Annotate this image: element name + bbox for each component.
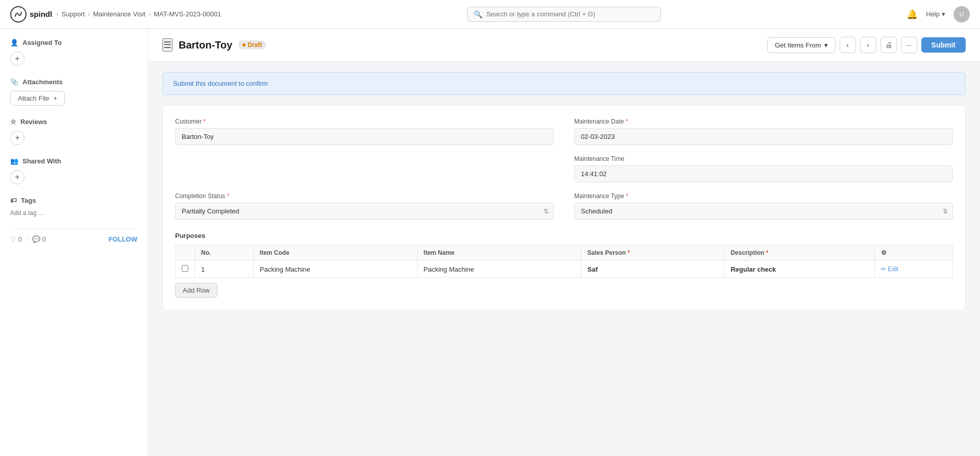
- maintenance-time-label: Maintenance Time: [574, 155, 953, 162]
- maintenance-date-label: Maintenance Date *: [574, 118, 953, 125]
- form-area: Submit this document to confirm Customer…: [148, 62, 980, 321]
- share-icon: 👥: [10, 157, 18, 165]
- comment-button[interactable]: 💬 0: [32, 235, 46, 243]
- help-button[interactable]: Help ▾: [926, 10, 945, 18]
- content-area: ☰ Barton-Toy Draft Get Items From ▾ ‹ › …: [148, 29, 980, 456]
- logo[interactable]: spindl: [10, 6, 52, 22]
- row-item-name: Packing Machine: [417, 261, 581, 278]
- search-box[interactable]: 🔍: [467, 7, 661, 22]
- comment-icon: 💬: [32, 235, 40, 243]
- add-assigned-to-button[interactable]: +: [10, 52, 24, 66]
- chevron-down-icon: ▾: [824, 41, 828, 49]
- completion-status-group: Completion Status * Partially Completed …: [175, 193, 554, 220]
- table-row: 1 Packing Machine Packing Machine Saf Re…: [176, 261, 953, 278]
- completion-status-select[interactable]: Partially Completed: [175, 203, 554, 220]
- row-item-code: Packing Machine: [253, 261, 417, 278]
- shared-with-section: 👥 Shared With +: [10, 157, 137, 184]
- add-row-button[interactable]: Add Row: [175, 283, 217, 298]
- attachments-header: 📎 Attachments: [10, 78, 137, 86]
- search-input[interactable]: [486, 10, 654, 18]
- assigned-to-section: 👤 Assigned To +: [10, 39, 137, 66]
- col-sales-person: Sales Person *: [581, 245, 724, 261]
- more-options-button[interactable]: ···: [901, 37, 917, 53]
- heart-icon: ♡: [10, 235, 16, 243]
- form-row-1: Customer * Maintenance Date *: [175, 118, 953, 145]
- row-description: Regular check: [724, 261, 875, 278]
- purposes-section: Purposes No. Item Code Item Name Sales P…: [175, 232, 953, 298]
- social-row: ♡ 0 · 💬 0 FOLLOW: [10, 229, 137, 243]
- get-items-from-button[interactable]: Get Items From ▾: [767, 37, 835, 53]
- purposes-title: Purposes: [175, 232, 953, 239]
- nav-left: spindl › Support › Maintenance Visit › M…: [10, 6, 221, 22]
- nav-right: 🔔 Help ▾ U: [906, 6, 970, 22]
- empty-group: [175, 155, 554, 182]
- avatar[interactable]: U: [953, 6, 970, 22]
- customer-label: Customer *: [175, 118, 554, 125]
- breadcrumb-support[interactable]: Support: [62, 10, 85, 18]
- tags-section: 🏷 Tags Add a tag ...: [10, 197, 137, 217]
- main-layout: 👤 Assigned To + 📎 Attachments Attach Fil…: [0, 29, 980, 456]
- row-no: 1: [195, 261, 254, 278]
- form-row-3: Completion Status * Partially Completed …: [175, 193, 953, 220]
- col-description: Description *: [724, 245, 875, 261]
- notification-bell[interactable]: 🔔: [906, 9, 918, 20]
- breadcrumb-maintenance-visit[interactable]: Maintenance Visit: [93, 10, 145, 18]
- info-banner: Submit this document to confirm: [162, 72, 966, 95]
- next-button[interactable]: ›: [860, 37, 876, 53]
- col-no: No.: [195, 245, 254, 261]
- breadcrumb: › Support › Maintenance Visit › MAT-MVS-…: [56, 10, 221, 18]
- form-row-2: Maintenance Time: [175, 155, 953, 182]
- draft-dot: [242, 43, 246, 46]
- like-button[interactable]: ♡ 0: [10, 235, 22, 243]
- submit-button[interactable]: Submit: [921, 37, 966, 53]
- edit-button[interactable]: ✏ Edit: [881, 266, 898, 273]
- search-icon: 🔍: [474, 10, 482, 18]
- assigned-to-header: 👤 Assigned To: [10, 39, 137, 46]
- user-icon: 👤: [10, 39, 18, 46]
- col-settings[interactable]: ⚙: [875, 245, 953, 261]
- status-badge: Draft: [238, 40, 266, 50]
- reviews-section: ☆ Reviews +: [10, 118, 137, 145]
- star-icon: ☆: [10, 118, 16, 126]
- reviews-header: ☆ Reviews: [10, 118, 137, 126]
- sidebar: 👤 Assigned To + 📎 Attachments Attach Fil…: [0, 29, 148, 456]
- col-item-name: Item Name: [417, 245, 581, 261]
- maintenance-type-label: Maintenance Type *: [574, 193, 953, 200]
- maintenance-type-group: Maintenance Type * Scheduled ⇅: [574, 193, 953, 220]
- search-area: 🔍: [467, 7, 661, 22]
- menu-icon[interactable]: ☰: [162, 38, 173, 52]
- tag-icon: 🏷: [10, 197, 17, 204]
- row-checkbox[interactable]: [176, 261, 195, 278]
- add-review-button[interactable]: +: [10, 131, 24, 145]
- tags-header: 🏷 Tags: [10, 197, 137, 204]
- attachments-section: 📎 Attachments Attach File +: [10, 78, 137, 106]
- breadcrumb-mat-mvs[interactable]: MAT-MVS-2023-00001: [154, 10, 221, 18]
- top-nav: spindl › Support › Maintenance Visit › M…: [0, 0, 980, 29]
- maintenance-type-select[interactable]: Scheduled: [574, 203, 953, 220]
- maintenance-time-group: Maintenance Time: [574, 155, 953, 182]
- customer-group: Customer *: [175, 118, 554, 145]
- follow-button[interactable]: FOLLOW: [109, 235, 137, 243]
- completion-status-label: Completion Status *: [175, 193, 554, 200]
- customer-input[interactable]: [175, 128, 554, 145]
- page-title: Barton-Toy: [179, 39, 232, 51]
- page-header: ☰ Barton-Toy Draft Get Items From ▾ ‹ › …: [148, 29, 980, 62]
- prev-button[interactable]: ‹: [840, 37, 856, 53]
- chevron-down-icon: ▾: [942, 10, 945, 18]
- col-item-code: Item Code: [253, 245, 417, 261]
- plus-icon: +: [53, 94, 57, 102]
- maintenance-time-input[interactable]: [574, 165, 953, 182]
- shared-with-header: 👥 Shared With: [10, 157, 137, 165]
- row-edit[interactable]: ✏ Edit: [875, 261, 953, 278]
- add-shared-with-button[interactable]: +: [10, 170, 24, 184]
- maintenance-date-input[interactable]: [574, 128, 953, 145]
- row-sales-person: Saf: [581, 261, 724, 278]
- maintenance-date-group: Maintenance Date *: [574, 118, 953, 145]
- add-tag-label[interactable]: Add a tag ...: [10, 209, 137, 217]
- paperclip-icon: 📎: [10, 78, 18, 86]
- col-checkbox: [176, 245, 195, 261]
- purposes-table: No. Item Code Item Name Sales Person * D…: [175, 245, 953, 278]
- form-card: Customer * Maintenance Date *: [162, 105, 966, 310]
- attach-file-button[interactable]: Attach File +: [10, 91, 65, 106]
- print-button[interactable]: 🖨: [880, 37, 897, 53]
